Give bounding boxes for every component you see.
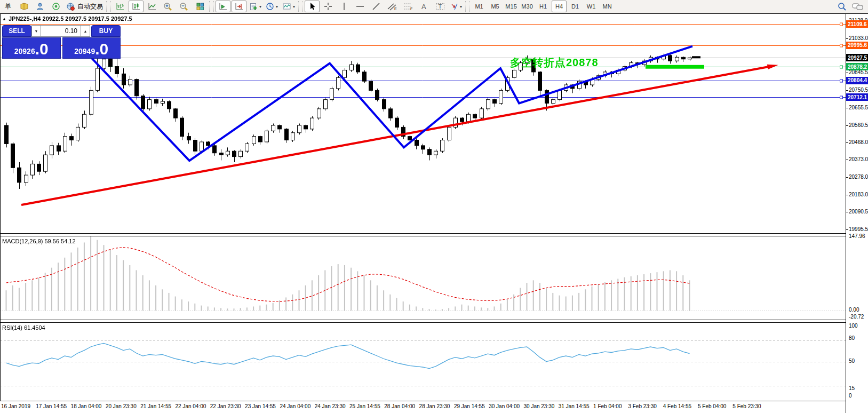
- buy-button[interactable]: BUY: [91, 25, 121, 37]
- price-line-label: 20995.6: [846, 42, 868, 49]
- buy-price-int: 20949: [74, 46, 95, 57]
- fibonacci-tool-button[interactable]: F: [401, 1, 416, 12]
- collapse-triangle-icon[interactable]: ▲: [2, 17, 6, 21]
- channel-tool-button[interactable]: E: [385, 1, 400, 12]
- svg-text:F: F: [410, 7, 412, 11]
- svg-text:T: T: [439, 3, 442, 10]
- chart-shift-button[interactable]: [232, 1, 246, 12]
- time-axis-label: 21 Jan 14:55: [140, 403, 171, 409]
- indicator-tick-label: 100: [849, 323, 858, 329]
- bar-chart-button[interactable]: [113, 1, 128, 12]
- arrows-icon: [450, 2, 459, 11]
- vertical-line-tool-button[interactable]: [337, 1, 352, 12]
- timeframe-button-m5[interactable]: M5: [488, 1, 503, 12]
- current-price-label: 20927.5: [846, 54, 868, 61]
- svg-text:E: E: [394, 7, 397, 11]
- menu-text[interactable]: 单: [1, 1, 15, 12]
- timeframe-button-m30[interactable]: M30: [520, 1, 535, 12]
- time-axis-label: 5 Feb 23:30: [732, 403, 761, 409]
- timeframe-button-d1[interactable]: D1: [568, 1, 583, 12]
- volume-decrease-button[interactable]: ▼: [31, 25, 41, 37]
- text-label-tool-button[interactable]: T: [433, 1, 448, 12]
- time-axis[interactable]: 16 Jan 201917 Jan 14:5518 Jan 04:0020 Ja…: [0, 401, 846, 413]
- text-label-icon: T: [435, 2, 445, 11]
- zoom-out-icon: [179, 2, 189, 11]
- bar-chart-icon: [116, 2, 125, 11]
- search-button[interactable]: [834, 1, 849, 12]
- text-tool-button[interactable]: A: [417, 1, 432, 12]
- text-icon: A: [420, 2, 428, 11]
- dropdown-caret-icon: ▾: [276, 4, 278, 9]
- market-watch-icon: [36, 2, 45, 11]
- volume-input[interactable]: [41, 25, 81, 37]
- price-tick-label: 20183.0: [849, 192, 868, 197]
- indicator-window-button[interactable]: ▾: [281, 1, 297, 12]
- trendline-tool-button[interactable]: [369, 1, 384, 12]
- toolbar-separator: [298, 1, 303, 12]
- time-axis-label: 18 Jan 04:00: [71, 403, 102, 409]
- search-icon: [837, 2, 847, 11]
- trendline-icon: [372, 2, 380, 11]
- price-axis[interactable]: 21128.021033.020845.520750.520655.520560…: [846, 14, 868, 413]
- crosshair-tool-button[interactable]: [321, 1, 336, 12]
- indicator-tick-label: 0: [849, 393, 852, 399]
- timeframe-button-h1[interactable]: H1: [536, 1, 551, 12]
- price-line-label: 20712.1: [846, 93, 868, 101]
- crosshair-icon: [324, 2, 332, 11]
- zoom-out-button[interactable]: [177, 1, 192, 12]
- price-tick-mark: [846, 90, 848, 91]
- tile-windows-button[interactable]: [193, 1, 208, 12]
- new-chart-button[interactable]: ▾: [248, 1, 263, 12]
- price-tick-mark: [846, 73, 848, 73]
- indicator-tick-label: 147.96: [849, 233, 865, 239]
- macd-pane-canvas[interactable]: [0, 236, 846, 320]
- svg-text:A: A: [421, 3, 426, 11]
- dropdown-caret-icon: ▾: [293, 4, 295, 9]
- pane-separator[interactable]: [0, 236, 846, 236]
- timeframe-button-w1[interactable]: W1: [584, 1, 599, 12]
- price-tick-label: 20468.0: [849, 139, 868, 145]
- period-button[interactable]: ▾: [264, 1, 280, 12]
- sell-button[interactable]: SELL: [2, 25, 31, 37]
- toolbar: 单 自动交易 ▾ ▾ ▾ E F A T ▾ M1M5M15M30H1H4D1W…: [0, 0, 868, 14]
- auto-scroll-button[interactable]: [216, 1, 230, 12]
- timeframe-button-h4[interactable]: H4: [552, 1, 567, 12]
- cursor-tool-button[interactable]: [305, 1, 320, 12]
- cursor-icon: [308, 2, 316, 11]
- price-tick-mark: [846, 177, 848, 178]
- new-order-button[interactable]: [17, 1, 31, 12]
- market-watch-button[interactable]: [33, 1, 47, 12]
- price-tick-mark: [846, 160, 848, 160]
- time-axis-label: 25 Jan 14:55: [349, 403, 380, 409]
- timeframe-button-m15[interactable]: M15: [504, 1, 519, 12]
- fibonacci-icon: F: [403, 2, 413, 11]
- period-clock-icon: [266, 2, 275, 11]
- horizontal-line-tool-button[interactable]: [353, 1, 368, 12]
- sell-price-box[interactable]: 20926.0: [2, 37, 61, 59]
- arrows-tool-button[interactable]: ▾: [449, 1, 464, 12]
- dropdown-caret-icon: ▾: [460, 4, 462, 9]
- time-axis-label: 23 Jan 14:55: [245, 403, 276, 409]
- toolbar-separator: [209, 1, 214, 12]
- buy-price-box[interactable]: 20949.0: [62, 37, 121, 59]
- candlestick-chart-button[interactable]: [129, 1, 144, 12]
- timeframe-button-mn[interactable]: MN: [600, 1, 615, 12]
- autotrade-button[interactable]: 自动交易: [65, 1, 105, 12]
- new-chart-icon: [249, 2, 258, 11]
- signals-button[interactable]: [49, 1, 63, 12]
- auto-scroll-icon: [219, 2, 228, 11]
- volume-increase-button[interactable]: ▲: [81, 25, 90, 37]
- price-tick-label: 20373.0: [849, 156, 868, 162]
- pane-separator[interactable]: [0, 233, 846, 234]
- timeframe-button-m1[interactable]: M1: [472, 1, 487, 12]
- pane-separator[interactable]: [0, 322, 846, 323]
- chat-button[interactable]: [850, 1, 865, 12]
- time-axis-label: 22 Jan 04:00: [176, 403, 206, 409]
- pane-separator[interactable]: [0, 320, 846, 320]
- indicator-tick-label: 15: [849, 385, 855, 391]
- line-chart-button[interactable]: [145, 1, 160, 12]
- time-axis-label: 28 Jan 23:30: [419, 403, 450, 409]
- main-chart-canvas[interactable]: [0, 14, 846, 233]
- zoom-in-button[interactable]: [161, 1, 176, 12]
- rsi-pane-canvas[interactable]: [0, 323, 846, 401]
